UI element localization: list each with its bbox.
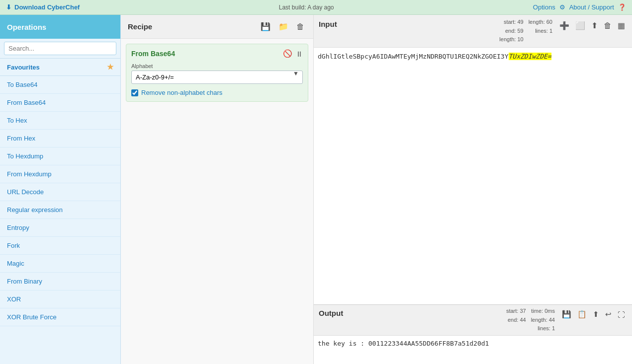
input-toolbar: ➕ ⬜ ⬆ 🗑 ▦: [557, 18, 627, 31]
io-section: Input start: 49 end: 59 length: 10 lengt…: [314, 15, 632, 364]
input-content[interactable]: dGhlIGtleSBpcyA6IDAwMTEyMjMzNDRBQTU1REQ2…: [314, 48, 632, 304]
output-stat-start: start: 37: [505, 307, 526, 316]
sidebar-item-to-hexdump[interactable]: To Hexdump: [0, 147, 120, 165]
input-panel-header: Input start: 49 end: 59 length: 10 lengt…: [314, 15, 632, 48]
checkbox-label-text: Remove non-alphabet chars: [141, 89, 222, 96]
undo-output-button[interactable]: ↩: [603, 309, 614, 320]
recipe-card-actions: 🚫 ⏸: [283, 49, 303, 58]
sidebar-item-from-hexdump[interactable]: From Hexdump: [0, 165, 120, 183]
sidebar-item-from-hex[interactable]: From Hex: [0, 130, 120, 147]
output-stat-time: time: 0ms: [531, 307, 555, 316]
save-recipe-button[interactable]: 💾: [259, 21, 272, 32]
sidebar-item-url-decode[interactable]: URL Decode: [0, 183, 120, 201]
input-stat-start: start: 49: [499, 18, 523, 27]
sidebar-item-to-base64[interactable]: To Base64: [0, 76, 120, 94]
alphabet-select-wrapper: Alphabet A-Za-z0-9+/= ▼: [131, 63, 303, 84]
fullscreen-output-button[interactable]: ⛶: [616, 309, 627, 320]
main-layout: Operations Favourites ★ To Base64 From B…: [0, 15, 632, 364]
sidebar-item-from-binary[interactable]: From Binary: [0, 273, 120, 291]
recipe-toolbar: 💾 📁 🗑: [259, 21, 306, 32]
alphabet-label: Alphabet: [131, 63, 303, 69]
input-text-before: dGhlIGtleSBpcyA6IDAwMTEyMjMzNDRBQTU1REQ2…: [318, 53, 509, 60]
sidebar-item-regex[interactable]: Regular expression: [0, 201, 120, 219]
save-output-button[interactable]: 💾: [560, 309, 573, 320]
input-stats-right: length: 60 lines: 1: [529, 18, 552, 35]
input-text-highlight: TUxZDIwZDE=: [509, 53, 551, 60]
output-stat-lines: lines: 1: [531, 324, 555, 333]
star-icon: ★: [107, 63, 113, 72]
recipe-card-title: From Base64: [131, 50, 175, 58]
sidebar-item-fork[interactable]: Fork: [0, 237, 120, 255]
download-icon: ⬇: [6, 3, 11, 11]
load-file-button[interactable]: ⬆: [589, 20, 600, 31]
output-header-right: start: 37 end: 44 length: 7 time: 0ms le…: [505, 307, 627, 333]
options-label[interactable]: Options: [533, 3, 555, 11]
input-stat-length-sel: length: 10: [499, 35, 523, 44]
sidebar-header: Operations: [0, 15, 120, 39]
input-stat-end: end: 59: [499, 27, 523, 36]
gear-icon[interactable]: ⚙: [559, 3, 565, 11]
favourites-label: Favourites: [7, 64, 40, 71]
about-label[interactable]: About / Support: [569, 3, 614, 11]
recipe-title: Recipe: [128, 22, 152, 31]
last-build: Last build: A day ago: [279, 4, 334, 11]
input-stat-lines: lines: 1: [529, 27, 552, 36]
search-section: [0, 39, 120, 59]
upload-output-button[interactable]: ⬆: [591, 309, 601, 320]
recipe-card-from-base64: From Base64 🚫 ⏸ Alphabet A-Za-z0-9+/= ▼ …: [126, 44, 308, 102]
operations-list: To Base64 From Base64 To Hex From Hex To…: [0, 76, 120, 364]
sidebar-item-xor[interactable]: XOR: [0, 291, 120, 308]
sidebar-item-entropy[interactable]: Entropy: [0, 219, 120, 237]
input-panel: Input start: 49 end: 59 length: 10 lengt…: [314, 15, 632, 304]
top-bar: ⬇ Download CyberChef Last build: A day a…: [0, 0, 632, 15]
output-stats-left: start: 37 end: 44 length: 7: [505, 307, 526, 333]
input-stats: start: 49 end: 59 length: 10: [499, 18, 523, 44]
search-input[interactable]: [4, 42, 116, 55]
output-panel-header: Output start: 37 end: 44 length: 7 time:…: [314, 305, 632, 336]
open-recipe-button[interactable]: 📁: [276, 21, 290, 32]
delete-recipe-button[interactable]: 🗑: [294, 21, 306, 32]
input-stat-length: length: 60: [529, 18, 552, 27]
input-header-right: start: 49 end: 59 length: 10 length: 60 …: [499, 18, 627, 44]
download-label[interactable]: Download CyberChef: [14, 3, 80, 11]
sidebar: Operations Favourites ★ To Base64 From B…: [0, 15, 121, 364]
output-title: Output: [319, 307, 343, 317]
copy-output-button[interactable]: 📋: [575, 309, 589, 320]
sidebar-item-from-base64[interactable]: From Base64: [0, 94, 120, 112]
output-text: the key is : 0011223344AA55DD66FF8B7a51d…: [318, 340, 489, 347]
grid-view-button[interactable]: ▦: [616, 20, 627, 31]
disable-operation-button[interactable]: 🚫: [283, 49, 292, 58]
sidebar-item-magic[interactable]: Magic: [0, 255, 120, 273]
output-content: the key is : 0011223344AA55DD66FF8B7a51d…: [314, 336, 632, 364]
download-section[interactable]: ⬇ Download CyberChef: [6, 3, 80, 11]
add-input-button[interactable]: ➕: [557, 20, 571, 31]
output-stat-end: end: 44: [505, 316, 526, 325]
recipe-header: Recipe 💾 📁 🗑: [121, 15, 313, 39]
output-toolbar: 💾 📋 ⬆ ↩ ⛶: [560, 307, 627, 320]
help-icon[interactable]: ❓: [618, 3, 626, 11]
clear-input-button[interactable]: 🗑: [602, 20, 614, 31]
options-section: Options ⚙ About / Support ❓: [533, 3, 626, 11]
favourites-section[interactable]: Favourites ★: [0, 59, 120, 76]
pause-operation-button[interactable]: ⏸: [295, 49, 303, 58]
remove-non-alphabet-checkbox[interactable]: [131, 89, 138, 96]
output-stat-length: length: 44: [531, 316, 555, 325]
expand-input-button[interactable]: ⬜: [573, 20, 587, 31]
sidebar-item-to-hex[interactable]: To Hex: [0, 112, 120, 130]
remove-non-alphabet-checkbox-label[interactable]: Remove non-alphabet chars: [131, 89, 303, 96]
alphabet-select[interactable]: A-Za-z0-9+/=: [131, 71, 303, 84]
operations-title: Operations: [7, 23, 46, 31]
sidebar-item-xor-brute-force[interactable]: XOR Brute Force: [0, 308, 120, 326]
recipe-panel: Recipe 💾 📁 🗑 From Base64 🚫 ⏸ Alphabet A-…: [121, 15, 314, 364]
input-title: Input: [319, 18, 337, 28]
output-stats-right: time: 0ms length: 44 lines: 1: [531, 307, 555, 333]
recipe-card-header: From Base64 🚫 ⏸: [131, 49, 303, 58]
output-panel: Output start: 37 end: 44 length: 7 time:…: [314, 304, 632, 364]
